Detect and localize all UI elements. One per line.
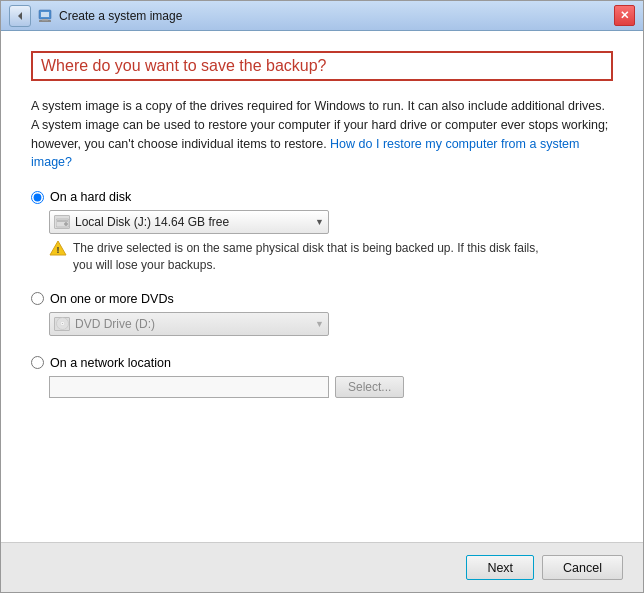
hard-disk-radio-label[interactable]: On a hard disk (31, 190, 613, 204)
hard-disk-section: On a hard disk Local Disk (J:) 14.64 GB … (31, 190, 613, 278)
dvd-dropdown[interactable]: DVD Drive (D:) ▼ (49, 312, 329, 336)
description-text: A system image is a copy of the drives r… (31, 97, 613, 172)
cancel-button[interactable]: Cancel (542, 555, 623, 580)
hard-disk-dropdown-row: Local Disk (J:) 14.64 GB free ▼ (49, 210, 613, 234)
network-input-row: Select... (49, 376, 613, 398)
content-area: Where do you want to save the backup? A … (1, 31, 643, 542)
hard-disk-dropdown[interactable]: Local Disk (J:) 14.64 GB free ▼ (49, 210, 329, 234)
svg-point-12 (61, 323, 63, 325)
warning-icon: ! (49, 240, 67, 259)
main-heading: Where do you want to save the backup? (31, 51, 613, 81)
dvd-radio-label[interactable]: On one or more DVDs (31, 292, 613, 306)
hard-disk-radio[interactable] (31, 191, 44, 204)
dvd-section: On one or more DVDs DVD Drive (D:) ▼ (31, 292, 613, 342)
network-section: On a network location Select... (31, 356, 613, 398)
svg-marker-0 (18, 12, 22, 20)
svg-rect-6 (57, 220, 68, 222)
network-input[interactable] (49, 376, 329, 398)
dvd-icon (54, 317, 70, 331)
hard-disk-dropdown-arrow: ▼ (315, 217, 324, 227)
footer: Next Cancel (1, 542, 643, 592)
close-button[interactable]: ✕ (614, 5, 635, 26)
dvd-dropdown-arrow: ▼ (315, 319, 324, 329)
network-radio-label[interactable]: On a network location (31, 356, 613, 370)
svg-text:!: ! (57, 245, 60, 255)
window-title: Create a system image (59, 9, 182, 23)
dvd-dropdown-row: DVD Drive (D:) ▼ (49, 312, 613, 336)
title-bar-controls: ✕ (614, 5, 635, 26)
main-window: Create a system image ✕ Where do you wan… (0, 0, 644, 593)
title-bar: Create a system image ✕ (1, 1, 643, 31)
svg-rect-4 (42, 19, 48, 21)
network-radio[interactable] (31, 356, 44, 369)
title-bar-left: Create a system image (9, 5, 614, 27)
dvd-radio[interactable] (31, 292, 44, 305)
back-button[interactable] (9, 5, 31, 27)
svg-rect-2 (41, 12, 49, 17)
next-button[interactable]: Next (466, 555, 534, 580)
disk-icon (54, 215, 70, 229)
window-icon (37, 8, 53, 24)
warning-row: ! The drive selected is on the same phys… (49, 240, 539, 274)
select-button[interactable]: Select... (335, 376, 404, 398)
svg-point-7 (64, 222, 67, 225)
warning-text: The drive selected is on the same physic… (73, 240, 539, 274)
